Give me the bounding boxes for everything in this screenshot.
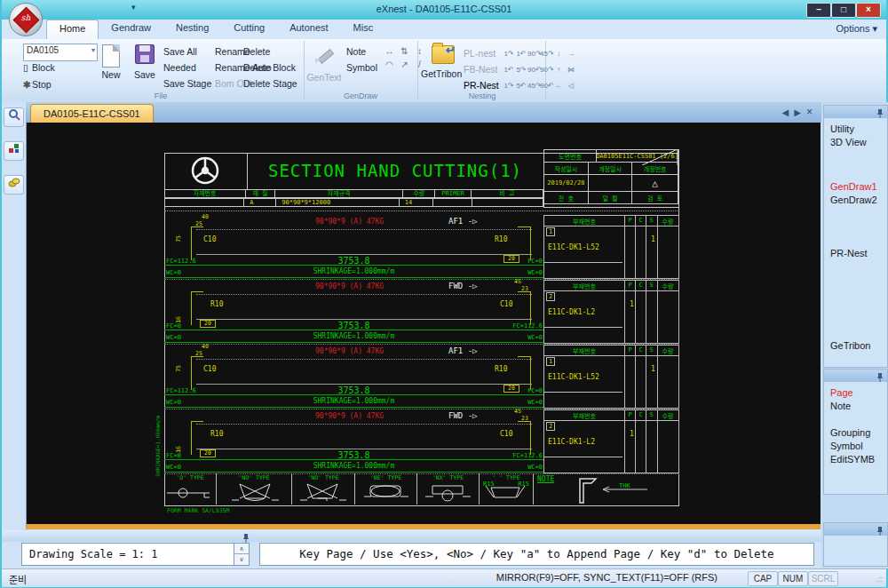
nesting-icon-1-2[interactable]: 90↶: [527, 66, 540, 74]
nesting-icon-1-3[interactable]: 90↷: [540, 66, 552, 74]
close-button[interactable]: ×: [856, 3, 881, 18]
ribbon-item-delete[interactable]: Delete: [243, 44, 304, 60]
gentext-button[interactable]: GenText: [305, 43, 343, 85]
ribbon-tab-nesting[interactable]: Nesting: [163, 20, 221, 39]
nesting-icon-2-2[interactable]: 45↷: [527, 82, 540, 90]
nesting-icon-0-4[interactable]: ↓: [552, 50, 565, 58]
gettribon-button[interactable]: ↵ GetTribon: [421, 43, 462, 79]
doc-tab[interactable]: DA0105-E11C-CSS01: [30, 104, 154, 123]
note-button[interactable]: Note: [346, 46, 366, 57]
row-divider-line: [164, 407, 543, 408]
nesting-icon-1-5[interactable]: ⋈: [565, 66, 577, 74]
block-combobox[interactable]: DA0105 ▾: [23, 44, 98, 61]
new-button[interactable]: New: [96, 43, 126, 80]
sidebar-item-editsymb[interactable]: EditSYMB: [830, 454, 875, 465]
ribbon-item-needed[interactable]: Needed: [163, 60, 211, 75]
nesting-icon-2-0[interactable]: 1↷: [503, 82, 515, 90]
dim-label: 25: [195, 351, 202, 357]
tab-close-icon[interactable]: ×: [806, 106, 813, 118]
part-badge: 1: [546, 357, 555, 366]
type-cell-2: 'NO' TYPE: [217, 473, 292, 505]
nesting-icon-0-1[interactable]: 1↶: [515, 50, 527, 58]
part-name: E11C-DK1-L52: [548, 243, 599, 251]
sidebar-item-gendraw1[interactable]: GenDraw1: [830, 181, 877, 192]
nesting-icon-1-1[interactable]: 5↷: [515, 66, 527, 74]
types-row: 'O' TYPE'NO' TYPE'NO' TYPE'NE' TYPE'NX' …: [164, 473, 678, 505]
part-col-line: [646, 216, 646, 278]
tool-button-parts[interactable]: [4, 141, 24, 161]
block-button[interactable]: ▯Block: [23, 62, 55, 73]
sidebar-item-utility[interactable]: Utility: [830, 123, 854, 134]
ribbon-tab-home[interactable]: Home: [46, 20, 99, 40]
sidebar-item-note[interactable]: Note: [830, 401, 851, 411]
bar-top-line: [196, 359, 532, 360]
symbol-button[interactable]: Symbol: [346, 62, 377, 73]
sidebar-item-getribon[interactable]: GeTribon: [830, 340, 870, 351]
nesting-label-pr-nest[interactable]: PR-Nest: [464, 80, 503, 91]
dim-label: 45: [514, 409, 521, 415]
options-button[interactable]: Options ▾: [836, 23, 878, 35]
resize-grip[interactable]: .::: [876, 575, 883, 584]
ribbon-tab-gendraw[interactable]: Gendraw: [99, 20, 163, 39]
ribbon-item-delete-stage[interactable]: Delete Stage: [243, 75, 304, 91]
sidebar-item-3d-view[interactable]: 3D View: [830, 137, 867, 147]
ribbon-item-save-stage[interactable]: Save Stage: [163, 75, 211, 91]
wc-right-label: WC=0: [503, 465, 543, 471]
ribbon-item-delete-block[interactable]: Delete Block: [243, 60, 304, 75]
scale-value[interactable]: Drawing Scale = 1: 1: [21, 543, 242, 566]
tool-button-view[interactable]: [4, 107, 24, 127]
ribbon-tab-misc[interactable]: Misc: [341, 20, 386, 39]
part-col-line: [624, 346, 625, 408]
type-shape: [424, 481, 473, 507]
chevron-down-icon[interactable]: ▾: [91, 46, 95, 54]
drawing-canvas[interactable]: SECTION HAND CUTTING(1) 도면번호DA0105E11C-C…: [26, 123, 821, 529]
quick-access-caret-icon[interactable]: ▾: [131, 3, 136, 12]
gendraw-icon-0[interactable]: ↔: [382, 44, 397, 58]
sidebar-item-grouping[interactable]: Grouping: [830, 427, 870, 438]
nesting-icon-0-3[interactable]: 45↷: [540, 50, 552, 58]
nesting-icon-2-4[interactable]: ←: [552, 82, 565, 90]
material-header-1: 재 질: [246, 189, 275, 198]
sidebar-item-pr-nest[interactable]: PR-Nest: [830, 248, 868, 258]
ribbon-tab-cutting[interactable]: Cutting: [221, 20, 277, 39]
nesting-icon-0-5[interactable]: →: [565, 50, 577, 58]
minimize-button[interactable]: –: [806, 3, 831, 18]
pin-icon[interactable]: [876, 372, 884, 382]
ribbon-tab-autonest[interactable]: Autonest: [277, 20, 340, 39]
spinner-up-icon[interactable]: ∧: [234, 544, 249, 553]
parts-header-col-수량: 수량: [658, 411, 678, 420]
nesting-icon-0-0[interactable]: 1↷: [503, 50, 515, 58]
sidebar-item-gendraw2[interactable]: GenDraw2: [830, 195, 877, 205]
sidebar-item-page[interactable]: Page: [830, 387, 853, 398]
stop-button[interactable]: ✱Stop: [23, 79, 52, 90]
sidebar-item-symbol[interactable]: Symbol: [830, 441, 863, 451]
folder-icon: ↵: [432, 45, 455, 64]
pin-icon[interactable]: [242, 533, 250, 543]
gendraw-icon-4[interactable]: ↗: [397, 58, 412, 71]
gendraw-icon-1[interactable]: ⇅: [397, 44, 412, 58]
ribbon: DA0105 ▾ ▯Block ✱Stop New Save Save AllN…: [2, 39, 886, 103]
chamfer-label-right: C10: [500, 431, 512, 438]
nesting-icon-2-5[interactable]: ◁: [565, 82, 577, 90]
maximize-button[interactable]: □: [831, 3, 856, 18]
tab-prev-icon[interactable]: ◀: [782, 107, 789, 117]
gendraw-icon-3[interactable]: ◠: [382, 58, 397, 71]
nesting-icon-1-4[interactable]: ↑: [552, 66, 565, 74]
wc-left-label: WC=0: [166, 465, 181, 471]
nesting-icon-2-1[interactable]: 5↶: [515, 82, 527, 90]
nesting-icon-0-2[interactable]: 90↷: [527, 50, 540, 58]
pin-icon[interactable]: [876, 108, 884, 118]
pin-icon[interactable]: [876, 526, 884, 536]
ribbon-item-save-all[interactable]: Save All: [163, 44, 211, 60]
save-button[interactable]: Save: [130, 43, 160, 80]
nesting-icon-1-0[interactable]: 1↶: [503, 66, 515, 74]
tool-button-layers[interactable]: [4, 175, 24, 195]
tab-next-icon[interactable]: ▶: [794, 107, 801, 117]
part-name: E11C-DK1-L2: [548, 438, 595, 446]
nesting-icon-2-3[interactable]: 90↶: [540, 82, 552, 90]
document-tab-bar: DA0105-E11C-CSS01 ◀▶×: [26, 102, 821, 123]
spinner-down-icon[interactable]: ∨: [234, 553, 249, 564]
height-dim-label: 75: [175, 365, 182, 372]
app-logo-icon[interactable]: sh: [9, 3, 43, 36]
parts-header-col-C: C: [636, 282, 646, 289]
